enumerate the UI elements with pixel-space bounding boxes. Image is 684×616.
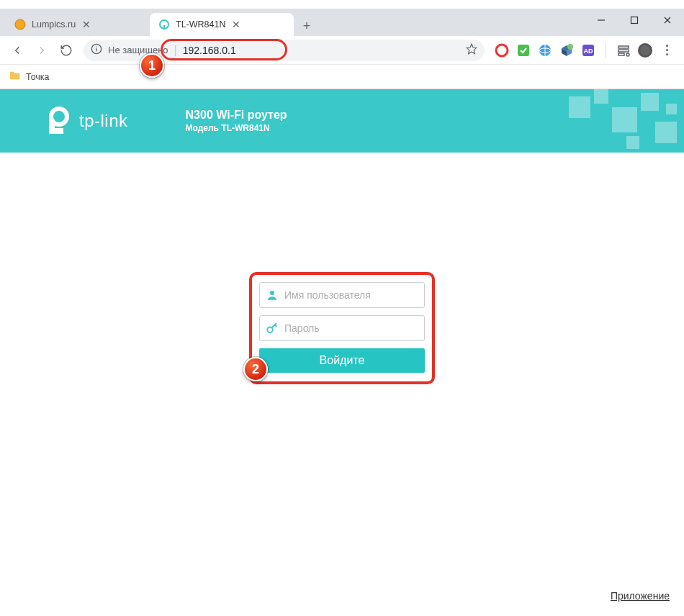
- bookmark-star-icon[interactable]: [466, 43, 477, 58]
- security-label: Не защищено: [108, 45, 168, 55]
- window-titlebar: [0, 0, 684, 9]
- tab-title: TL-WR841N: [176, 19, 225, 30]
- key-icon: [266, 322, 279, 335]
- svg-rect-21: [618, 46, 629, 48]
- minimize-button[interactable]: [585, 9, 618, 32]
- app-link-label: Приложение: [611, 590, 670, 602]
- login-button-label: Войдите: [320, 354, 365, 367]
- svg-rect-30: [612, 107, 637, 132]
- svg-rect-32: [655, 122, 677, 143]
- svg-rect-27: [49, 128, 63, 134]
- svg-rect-12: [518, 45, 529, 56]
- bookmarks-bar: Точка: [0, 65, 684, 89]
- svg-text:AD: AD: [584, 47, 593, 55]
- annotation-callout-1: 1: [140, 53, 164, 78]
- svg-point-0: [15, 19, 25, 30]
- svg-point-18: [567, 44, 573, 50]
- password-placeholder: Пароль: [284, 322, 320, 334]
- router-banner: tp-link N300 Wi-Fi роутер Модель TL-WR84…: [0, 89, 684, 153]
- login-button[interactable]: Войдите: [259, 348, 425, 373]
- svg-marker-10: [467, 44, 476, 53]
- ext-music-icon[interactable]: [616, 43, 631, 58]
- svg-rect-2: [163, 25, 165, 29]
- back-button[interactable]: [6, 39, 29, 62]
- svg-rect-28: [569, 96, 590, 118]
- tab-title: Lumpics.ru: [32, 19, 76, 30]
- svg-rect-31: [641, 93, 659, 111]
- login-form: Имя пользователя Пароль Войдите: [249, 272, 435, 384]
- password-field[interactable]: Пароль: [259, 315, 425, 341]
- ext-cube-icon[interactable]: [559, 43, 574, 58]
- ext-opera-icon[interactable]: [495, 43, 509, 58]
- svg-point-11: [496, 45, 508, 56]
- browser-menu-button[interactable]: [660, 43, 674, 58]
- ext-check-icon[interactable]: [516, 43, 531, 58]
- maximize-button[interactable]: [618, 9, 651, 32]
- favicon-lumpics: [14, 19, 26, 30]
- toolbar-separator: [606, 43, 606, 58]
- brand-text: tp-link: [79, 111, 128, 131]
- extension-icons: AD: [490, 43, 678, 58]
- close-icon[interactable]: ✕: [81, 19, 91, 30]
- user-icon: [266, 289, 279, 302]
- ext-ad-icon[interactable]: AD: [581, 43, 595, 58]
- svg-point-36: [267, 327, 273, 333]
- username-field[interactable]: Имя пользователя: [259, 282, 425, 308]
- svg-line-38: [275, 325, 276, 327]
- svg-point-9: [96, 46, 96, 47]
- svg-point-24: [626, 53, 629, 56]
- app-link[interactable]: Приложение: [611, 590, 670, 602]
- forward-button[interactable]: [30, 39, 53, 62]
- ext-globe-icon[interactable]: [538, 43, 552, 58]
- annotation-callout-2: 2: [243, 357, 268, 381]
- svg-rect-29: [594, 89, 608, 104]
- svg-rect-34: [666, 104, 677, 114]
- tplink-logo: tp-link: [43, 107, 128, 135]
- new-tab-button[interactable]: +: [297, 16, 317, 36]
- favicon-tplink: [158, 19, 170, 30]
- separator: |: [174, 44, 177, 57]
- banner-title: N300 Wi-Fi роутер: [186, 109, 287, 122]
- svg-rect-4: [631, 17, 638, 24]
- window-controls: [585, 9, 684, 36]
- folder-icon: [9, 70, 20, 83]
- close-icon[interactable]: ✕: [231, 19, 241, 30]
- reload-button[interactable]: [55, 39, 78, 62]
- info-icon[interactable]: [91, 43, 102, 58]
- banner-subtitle: Модель TL-WR841N: [186, 123, 287, 133]
- svg-rect-23: [618, 53, 624, 55]
- url-text: 192.168.0.1: [183, 45, 236, 56]
- avatar[interactable]: [638, 43, 652, 58]
- svg-point-35: [270, 291, 274, 295]
- login-area: Имя пользователя Пароль Войдите: [249, 272, 435, 384]
- browser-tab-lumpics[interactable]: Lumpics.ru ✕: [6, 13, 150, 36]
- svg-rect-22: [618, 50, 629, 52]
- bookmark-item[interactable]: Точка: [26, 72, 50, 82]
- browser-tabstrip: Lumpics.ru ✕ TL-WR841N ✕ +: [0, 9, 684, 36]
- tplink-logo-icon: [43, 107, 72, 135]
- svg-rect-33: [626, 136, 639, 149]
- browser-toolbar: Не защищено | 192.168.0.1 AD: [0, 36, 684, 65]
- banner-decoration: [554, 89, 684, 153]
- username-placeholder: Имя пользователя: [284, 289, 371, 301]
- close-window-button[interactable]: [651, 9, 684, 32]
- browser-tab-router[interactable]: TL-WR841N ✕: [150, 13, 294, 36]
